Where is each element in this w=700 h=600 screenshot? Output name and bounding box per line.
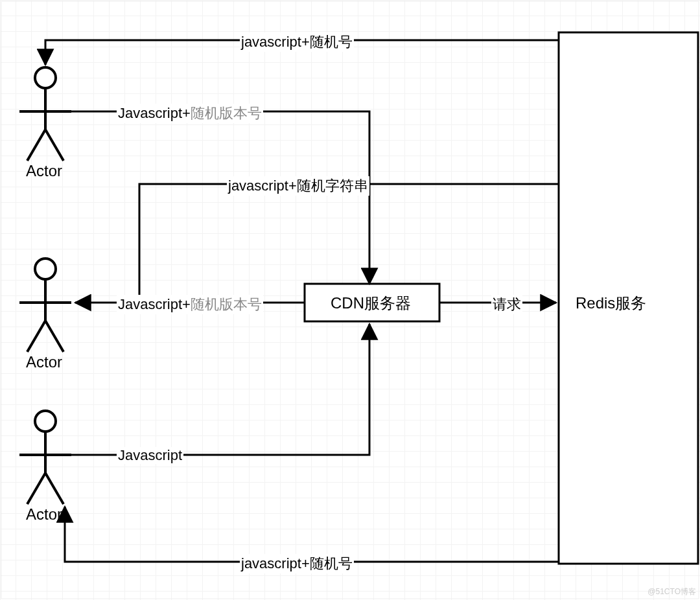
cdn-label: CDN服务器 (331, 293, 411, 314)
edge-cdn-to-redis-label: 请求 (491, 295, 522, 314)
svg-line-4 (27, 130, 45, 161)
edge-cdn-to-a2-label-suf: 随机版本号 (191, 296, 262, 312)
svg-line-5 (45, 130, 64, 161)
edge-a3-to-cdn (71, 324, 369, 455)
edge-cdn-to-a2-label: Javascript+随机版本号 (117, 295, 263, 314)
edge-a1-to-cdn (71, 111, 369, 284)
svg-point-6 (35, 259, 56, 279)
svg-point-1 (35, 67, 56, 88)
svg-point-11 (35, 411, 56, 432)
svg-line-15 (45, 473, 64, 504)
actor-3-icon (19, 411, 71, 504)
edge-a1-to-cdn-label-suf: 随机版本号 (191, 105, 262, 121)
svg-line-14 (27, 473, 45, 504)
svg-line-9 (27, 321, 45, 352)
edge-a1-to-cdn-label: Javascript+随机版本号 (117, 104, 263, 123)
edge-bottom-return-label: javascript+随机号 (240, 554, 354, 573)
edge-redis-to-cdn-label: javascript+随机字符串 (227, 176, 369, 196)
actor-1-label: Actor (26, 162, 62, 180)
svg-line-10 (45, 321, 64, 352)
edge-cdn-to-a2-label-pre: Javascript+ (118, 296, 191, 312)
watermark: @51CTO博客 (648, 586, 696, 597)
redis-label: Redis服务 (576, 293, 646, 314)
actor-1-icon (19, 67, 71, 161)
actor-3-label: Actor (26, 505, 62, 524)
edge-top-return-label: javascript+随机号 (240, 32, 354, 52)
edge-a1-to-cdn-label-pre: Javascript+ (118, 105, 191, 121)
edge-a3-to-cdn-label: Javascript (117, 447, 183, 464)
actor-2-icon (19, 259, 71, 352)
actor-2-label: Actor (26, 353, 62, 371)
